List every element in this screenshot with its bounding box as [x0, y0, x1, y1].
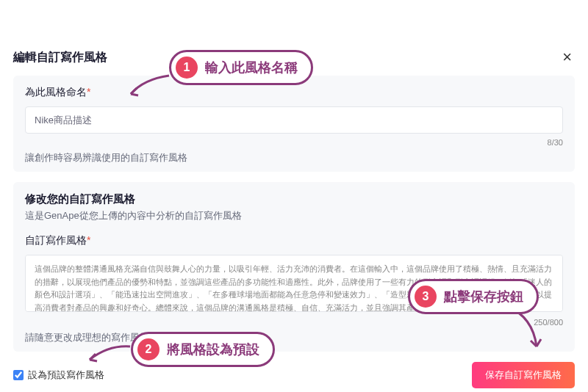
callout-2-num: 2 — [137, 338, 159, 360]
callout-3-text: 點擊保存按鈕 — [444, 288, 523, 305]
close-button[interactable]: × — [559, 48, 575, 67]
callout-1: 1 輸入此風格名稱 — [169, 50, 313, 85]
style-label: 自訂寫作風格* — [25, 234, 563, 247]
name-counter: 8/30 — [25, 138, 563, 147]
default-checkbox-wrap[interactable]: 設為預設寫作風格 — [13, 369, 104, 382]
default-checkbox-label: 設為預設寫作風格 — [28, 369, 104, 382]
required-mark: * — [87, 86, 90, 98]
modal-title: 編輯自訂寫作風格 — [13, 50, 107, 65]
name-label: 為此風格命名* — [25, 86, 563, 99]
callout-2: 2 將風格設為預設 — [131, 332, 275, 367]
callout-3: 3 點擊保存按鈕 — [408, 279, 539, 314]
required-mark: * — [87, 234, 90, 246]
callout-1-num: 1 — [176, 57, 198, 79]
name-section: 為此風格命名* 8/30 讓創作時容易辨識使用的自訂寫作風格 — [13, 76, 575, 172]
style-section-title: 修改您的自訂寫作風格 — [25, 192, 563, 206]
style-label-text: 自訂寫作風格 — [25, 234, 87, 246]
callout-2-text: 將風格設為預設 — [167, 341, 259, 358]
style-name-input[interactable] — [25, 106, 563, 134]
style-section-subtitle: 這是GenApe從您上傳的內容中分析的自訂寫作風格 — [25, 209, 563, 222]
default-checkbox[interactable] — [13, 370, 24, 380]
callout-1-text: 輸入此風格名稱 — [205, 59, 298, 76]
name-help: 讓創作時容易辨識使用的自訂寫作風格 — [25, 151, 563, 164]
arrow-1 — [125, 72, 176, 101]
arrow-2 — [82, 338, 137, 367]
save-button[interactable]: 保存自訂寫作風格 — [472, 362, 575, 388]
style-counter: 250/800 — [25, 318, 563, 327]
callout-3-num: 3 — [415, 286, 437, 308]
name-label-text: 為此風格命名 — [25, 86, 87, 98]
